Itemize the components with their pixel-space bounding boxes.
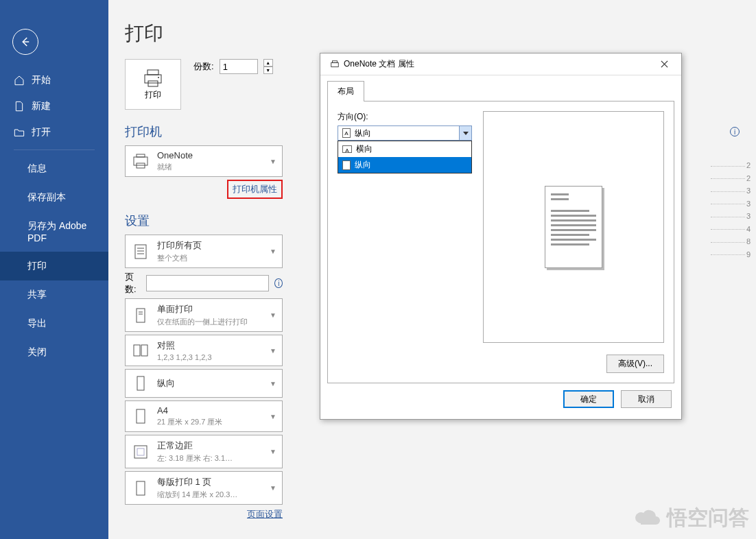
setting-margins[interactable]: 正常边距左: 3.18 厘米 右: 3.1… ▼ [125,435,283,468]
cloud-icon [633,508,663,529]
printer-icon [142,69,164,88]
pages-input[interactable] [146,275,269,291]
printer-properties-link[interactable]: 打印机属性 [227,180,283,199]
printer-device-icon [131,152,150,171]
chevron-down-icon: ▼ [270,448,276,455]
copies-label: 份数: [193,60,214,73]
print-button-label: 打印 [145,89,161,101]
home-icon [14,75,25,86]
nav-home[interactable]: 开始 [0,67,108,93]
pages-label: 页数: [125,271,141,296]
folder-open-icon [14,127,25,138]
option-landscape[interactable]: A横向 [338,141,471,157]
nav-divider [14,149,95,150]
chevron-down-icon: ▼ [270,413,276,420]
svg-rect-11 [137,309,145,322]
chevron-down-icon: ▼ [270,347,276,355]
dialog-close-button[interactable] [657,57,676,72]
nav-new[interactable]: 新建 [0,93,108,119]
single-side-icon [131,306,150,325]
collate-icon [131,341,150,360]
copies-input[interactable] [220,59,258,74]
svg-rect-2 [148,81,158,86]
printer-status: 就绪 [157,162,263,172]
landscape-small-icon: A [342,145,352,153]
setting-pages-per-sheet[interactable]: 每版打印 1 页缩放到 14 厘米 x 20.3… ▼ [125,471,283,505]
file-icon [14,101,25,112]
nav-info[interactable]: 信息 [0,154,108,183]
svg-rect-17 [137,409,145,423]
print-button[interactable]: 打印 [125,59,181,110]
margins-icon [131,442,150,462]
nav-share[interactable]: 共享 [0,280,108,309]
orientation-combo[interactable]: A纵向 A横向 A纵向 [338,125,472,141]
chevron-down-icon: ▼ [270,380,276,387]
back-arrow-icon [19,36,32,48]
chevron-down-icon: ▼ [270,484,276,492]
nav-home-label: 开始 [32,74,51,86]
info-icon[interactable]: i [730,127,740,136]
document-page-numbers: 22333489 [711,159,751,261]
chevron-down-icon [463,132,469,135]
svg-rect-5 [137,154,145,157]
svg-point-3 [158,77,159,78]
portrait-small-icon: A [342,160,351,170]
preview-page [545,186,602,268]
nav-open-label: 打开 [32,126,51,139]
copies-down[interactable]: ▼ [263,67,273,74]
printer-selector[interactable]: OneNote 就绪 ▼ [125,145,283,177]
svg-rect-0 [147,70,158,75]
setting-orientation[interactable]: 纵向 ▼ [125,369,283,398]
page-title: 打印 [125,21,740,47]
portrait-icon [131,374,150,393]
chevron-down-icon: ▼ [270,311,276,319]
svg-rect-18 [134,446,147,458]
nav-close[interactable]: 关闭 [0,338,108,367]
svg-rect-19 [137,448,144,455]
copies-up[interactable]: ▲ [263,59,273,67]
sidebar: 开始 新建 打开 信息 保存副本 另存为 Adobe PDF 打印 共享 导出 … [0,0,108,539]
setting-sides[interactable]: 单面打印仅在纸面的一侧上进行打印 ▼ [125,298,283,332]
combo-dropdown-button[interactable] [459,126,471,140]
setting-print-range[interactable]: 打印所有页整个文档 ▼ [125,235,283,268]
ok-button[interactable]: 确定 [563,390,614,408]
printer-name: OneNote [157,150,263,160]
svg-rect-4 [134,157,147,165]
printer-small-icon [330,60,340,69]
pages-icon [131,242,150,261]
page-setup-link[interactable]: 页面设置 [247,509,283,519]
setting-collate[interactable]: 对照1,2,3 1,2,3 1,2,3 ▼ [125,335,283,366]
back-button[interactable] [12,29,38,55]
nav-export[interactable]: 导出 [0,309,108,338]
pages-per-sheet-icon [131,479,150,498]
preview-box [483,111,664,343]
printer-properties-dialog: OneNote 文档 属性 布局 方向(O): A纵向 A横向 A纵向 高级(V… [320,53,682,420]
svg-rect-1 [145,75,161,83]
svg-rect-7 [135,245,146,259]
chevron-down-icon: ▼ [270,158,276,165]
tab-layout[interactable]: 布局 [327,81,364,101]
svg-rect-20 [137,481,145,495]
option-portrait[interactable]: A纵向 [338,157,471,173]
svg-rect-16 [137,376,144,390]
svg-rect-14 [134,345,140,356]
cancel-button[interactable]: 取消 [621,390,672,408]
chevron-down-icon: ▼ [270,248,276,255]
svg-rect-21 [331,62,339,67]
nav-print[interactable]: 打印 [0,252,108,280]
nav-open[interactable]: 打开 [0,119,108,145]
nav-new-label: 新建 [32,100,51,112]
svg-rect-15 [141,345,147,356]
info-icon[interactable]: i [274,278,283,288]
orientation-dropdown: A横向 A纵向 [338,141,472,173]
close-icon [661,60,668,68]
nav-save-pdf[interactable]: 另存为 Adobe PDF [0,212,108,252]
portrait-small-icon: A [342,128,351,138]
watermark: 悟空问答 [633,504,749,532]
setting-paper-size[interactable]: A421 厘米 x 29.7 厘米 ▼ [125,400,283,432]
dialog-title-text: OneNote 文档 属性 [344,58,414,70]
nav-save-copy[interactable]: 保存副本 [0,183,108,212]
advanced-button[interactable]: 高级(V)... [606,355,664,373]
svg-rect-22 [333,60,338,62]
paper-icon [131,407,150,426]
